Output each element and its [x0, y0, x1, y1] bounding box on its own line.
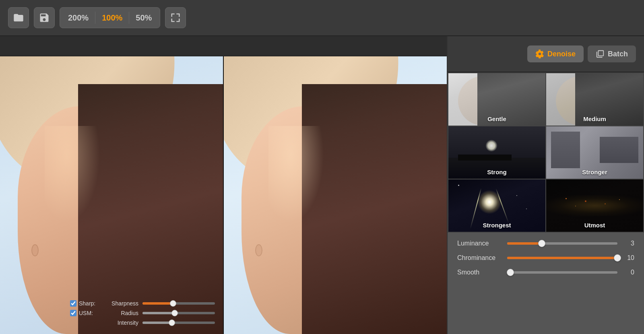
chrominance-row: Chrominance 10: [457, 254, 634, 262]
sharpness-thumb[interactable]: [170, 300, 176, 307]
toolbar: 200% 100% 50%: [0, 0, 644, 36]
medium-label: Medium: [546, 115, 643, 122]
smooth-row: Smooth 0: [457, 269, 634, 276]
gear-icon: [535, 49, 544, 58]
radius-row: USM: Radius: [70, 310, 215, 316]
strong-moon: [485, 140, 497, 152]
zoom-group: 200% 100% 50%: [60, 7, 160, 28]
fit-icon: [170, 12, 181, 23]
bottom-controls: Sharp: Sharpness USM: Radius: [70, 300, 215, 326]
intensity-thumb[interactable]: [169, 320, 175, 326]
luminance-fill: [507, 242, 540, 245]
star3: [526, 208, 527, 209]
sharpness-checkbox-label[interactable]: Sharp:: [70, 300, 102, 307]
image-area: Sharp: Sharpness USM: Radius: [0, 36, 447, 334]
smooth-knob[interactable]: [507, 269, 514, 276]
sharpness-checkbox[interactable]: [70, 300, 76, 307]
strongest-label: Strongest: [448, 222, 545, 229]
strong-boat: [458, 155, 512, 161]
stronger-label: Stronger: [546, 169, 643, 175]
chrominance-label: Chrominance: [457, 254, 502, 262]
image-panel-before: Sharp: Sharpness USM: Radius: [0, 56, 223, 334]
intensity-label: Intensity: [106, 320, 138, 326]
usm-checkbox[interactable]: [70, 310, 76, 316]
city-light3: [605, 203, 606, 204]
city-light1: [566, 198, 567, 199]
luminance-knob[interactable]: [538, 240, 545, 247]
preset-medium[interactable]: Medium: [546, 73, 643, 126]
image-panel-after: [223, 56, 447, 334]
denoise-tab[interactable]: Denoise: [527, 45, 584, 62]
intensity-row: USM: Intensity: [70, 320, 215, 326]
smooth-label: Smooth: [457, 269, 502, 276]
earring-left: [31, 244, 39, 256]
right-panel-header: Denoise Batch: [448, 36, 644, 72]
smooth-slider[interactable]: [507, 271, 617, 274]
right-panel: Denoise Batch Gentle: [447, 36, 644, 334]
chrominance-fill: [507, 257, 617, 259]
strong-label: Strong: [448, 169, 545, 175]
save-icon: [39, 12, 50, 23]
intensity-fill: [142, 322, 170, 324]
gentle-label: Gentle: [448, 115, 545, 122]
radius-fill: [142, 312, 173, 314]
batch-tab[interactable]: Batch: [588, 45, 636, 62]
preset-stronger[interactable]: Stronger: [546, 126, 643, 179]
chrominance-knob[interactable]: [614, 254, 621, 262]
sharpness-fill: [142, 302, 171, 305]
open-button[interactable]: [8, 7, 29, 28]
radius-thumb[interactable]: [171, 310, 178, 316]
luminance-label: Luminance: [457, 240, 502, 247]
luminance-row: Luminance 3: [457, 240, 634, 247]
luminance-slider[interactable]: [507, 242, 617, 245]
stronger-item: [600, 137, 638, 163]
radius-label: Radius: [106, 310, 138, 316]
preset-utmost[interactable]: Utmost: [546, 179, 643, 232]
utmost-glow: [546, 195, 643, 216]
portrait-after: [224, 56, 447, 334]
sharpness-row: Sharp: Sharpness: [70, 300, 215, 307]
usm-checkbox-label[interactable]: USM:: [70, 310, 102, 316]
save-button[interactable]: [34, 7, 55, 28]
face-highlight: [45, 126, 101, 223]
stronger-shelf: [551, 132, 580, 168]
sliders-section: Luminance 3 Chrominance 10 Smooth: [448, 233, 644, 334]
preset-gentle[interactable]: Gentle: [448, 73, 545, 126]
radius-slider[interactable]: [142, 312, 215, 314]
smooth-value: 0: [623, 269, 634, 276]
chrominance-slider[interactable]: [507, 257, 617, 259]
sharpness-label: Sharpness: [106, 300, 138, 307]
intensity-slider[interactable]: [142, 322, 215, 324]
preset-grid: Gentle Medium: [448, 72, 644, 233]
image-container: Sharp: Sharpness USM: Radius: [0, 56, 447, 334]
utmost-label: Utmost: [546, 222, 643, 229]
luminance-value: 3: [623, 240, 634, 247]
fit-button[interactable]: [165, 7, 186, 28]
earring-right: [255, 244, 262, 256]
batch-icon: [596, 49, 605, 58]
preset-strong[interactable]: Strong: [448, 126, 545, 179]
main-area: Sharp: Sharpness USM: Radius: [0, 36, 644, 334]
zoom-50-button[interactable]: 50%: [129, 8, 158, 28]
image-top-bar: [0, 36, 447, 56]
zoom-200-button[interactable]: 200%: [62, 8, 95, 28]
preset-strongest[interactable]: Strongest: [448, 179, 545, 232]
star2: [516, 195, 517, 196]
chrominance-value: 10: [623, 254, 634, 262]
strong-water: [448, 158, 545, 179]
face-highlight-after: [268, 126, 324, 223]
folder-icon: [13, 12, 24, 23]
zoom-100-button[interactable]: 100%: [95, 8, 129, 28]
portrait-before: [0, 56, 223, 334]
sharpness-slider[interactable]: [142, 302, 215, 305]
